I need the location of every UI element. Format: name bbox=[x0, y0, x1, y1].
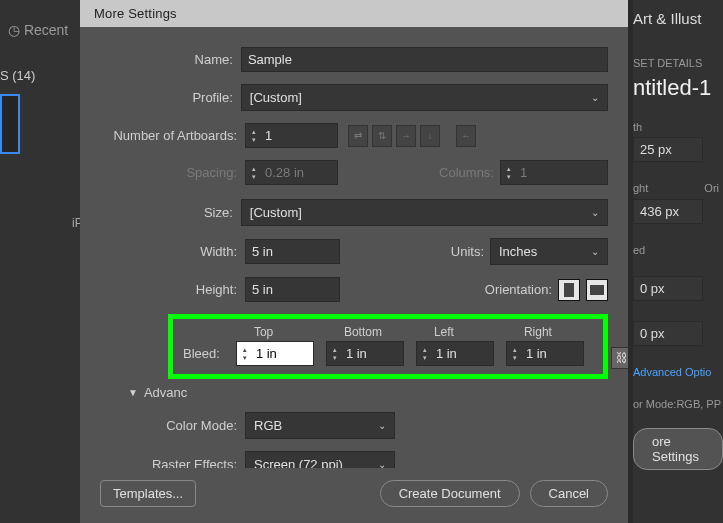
link-bleed-icon[interactable]: ⛓ bbox=[611, 347, 628, 369]
bleed-right-label: Right bbox=[524, 325, 584, 339]
height-input[interactable] bbox=[245, 277, 340, 302]
chevron-down-icon: ⌄ bbox=[591, 92, 599, 103]
preset-details-label: SET DETAILS bbox=[633, 27, 723, 69]
orientation-label-partial: Ori bbox=[704, 162, 723, 194]
arrange-rtl-icon[interactable]: ← bbox=[456, 125, 476, 147]
filter-label: S (14) bbox=[0, 68, 35, 83]
size-value: [Custom] bbox=[250, 205, 302, 220]
bleed-top-stepper[interactable]: ▴▾ 1 in bbox=[236, 341, 314, 366]
triangle-down-icon: ▼ bbox=[128, 387, 138, 398]
advanced-disclosure[interactable]: ▼ Advanc bbox=[128, 385, 608, 400]
panel-title: Art & Illust bbox=[633, 0, 723, 27]
profile-label: Profile: bbox=[100, 90, 241, 105]
bleed-bottom-label: Bottom bbox=[344, 325, 404, 339]
bleed-left-stepper[interactable]: ▴▾ 1 in bbox=[416, 341, 494, 366]
orientation-label: Orientation: bbox=[485, 282, 558, 297]
name-input[interactable] bbox=[241, 47, 608, 72]
profile-dropdown[interactable]: [Custom] ⌄ bbox=[241, 84, 608, 111]
panel-width-input[interactable]: 25 px bbox=[633, 137, 703, 162]
spacing-stepper: ▴▾ 0.28 in bbox=[245, 160, 338, 185]
panel-bleed2-input[interactable]: 0 px bbox=[633, 321, 703, 346]
create-document-button[interactable]: Create Document bbox=[380, 480, 520, 507]
panel-bleed1-input[interactable]: 0 px bbox=[633, 276, 703, 301]
columns-stepper: ▴▾ 1 bbox=[500, 160, 608, 185]
raster-label: Raster Effects: bbox=[100, 457, 245, 468]
colormode-dropdown[interactable]: RGB ⌄ bbox=[245, 412, 395, 439]
templates-button[interactable]: Templates... bbox=[100, 480, 196, 507]
arrange-grid-col-icon[interactable]: ⇅ bbox=[372, 125, 392, 147]
artboards-stepper[interactable]: ▴▾ 1 bbox=[245, 123, 338, 148]
size-label: Size: bbox=[100, 205, 241, 220]
arrange-grid-row-icon[interactable]: ⇄ bbox=[348, 125, 368, 147]
advanced-options-link[interactable]: Advanced Optio bbox=[633, 346, 723, 378]
colormode-label: Color Mode: bbox=[100, 418, 245, 433]
orientation-landscape-button[interactable] bbox=[586, 279, 608, 301]
bleed-bottom-stepper[interactable]: ▴▾ 1 in bbox=[326, 341, 404, 366]
columns-label: Columns: bbox=[439, 165, 500, 180]
artboards-label: Number of Artboards: bbox=[100, 128, 245, 143]
cancel-button[interactable]: Cancel bbox=[530, 480, 608, 507]
preset-thumbnail-active[interactable] bbox=[0, 94, 20, 154]
chevron-down-icon: ⌄ bbox=[378, 459, 386, 468]
bleed-left-label: Left bbox=[434, 325, 494, 339]
width-label-partial: th bbox=[633, 101, 723, 133]
height-label: Height: bbox=[100, 282, 245, 297]
width-input[interactable] bbox=[245, 239, 340, 264]
arrange-row-icon[interactable]: → bbox=[396, 125, 416, 147]
height-label-partial: ght bbox=[633, 162, 648, 194]
profile-value: [Custom] bbox=[250, 90, 302, 105]
chevron-down-icon: ⌄ bbox=[378, 420, 386, 431]
units-label: Units: bbox=[451, 244, 490, 259]
more-settings-dialog: More Settings Name: Profile: [Custom] ⌄ … bbox=[80, 0, 628, 523]
units-value: Inches bbox=[499, 244, 537, 259]
bleed-top-label: Top bbox=[254, 325, 314, 339]
name-label: Name: bbox=[100, 52, 241, 67]
bleed-section: Bleed: Top ▴▾ 1 in Bottom ▴▾ 1 in bbox=[168, 314, 608, 379]
raster-dropdown[interactable]: Screen (72 ppi) ⌄ bbox=[245, 451, 395, 468]
orientation-portrait-button[interactable] bbox=[558, 279, 580, 301]
size-dropdown[interactable]: [Custom] ⌄ bbox=[241, 199, 608, 226]
advanced-label: Advanc bbox=[144, 385, 187, 400]
units-dropdown[interactable]: Inches ⌄ bbox=[490, 238, 608, 265]
arrange-col-icon[interactable]: ↓ bbox=[420, 125, 440, 147]
raster-value: Screen (72 ppi) bbox=[254, 457, 343, 468]
width-label: Width: bbox=[100, 244, 245, 259]
doc-title[interactable]: ntitled-1 bbox=[633, 69, 723, 101]
bleed-right-stepper[interactable]: ▴▾ 1 in bbox=[506, 341, 584, 366]
bleed-label: Bleed: bbox=[183, 346, 224, 366]
chevron-down-icon: ⌄ bbox=[591, 207, 599, 218]
panel-height-input[interactable]: 436 px bbox=[633, 199, 703, 224]
recent-icon: ◷ Recent bbox=[8, 22, 68, 38]
dialog-title: More Settings bbox=[80, 0, 628, 27]
bleed-label-partial: ed bbox=[633, 224, 723, 256]
colormode-value: RGB bbox=[254, 418, 282, 433]
chevron-down-icon: ⌄ bbox=[591, 246, 599, 257]
color-mode-text: or Mode:RGB, PP bbox=[633, 378, 723, 410]
more-settings-button[interactable]: ore Settings bbox=[633, 428, 723, 470]
spacing-label: Spacing: bbox=[100, 165, 245, 180]
